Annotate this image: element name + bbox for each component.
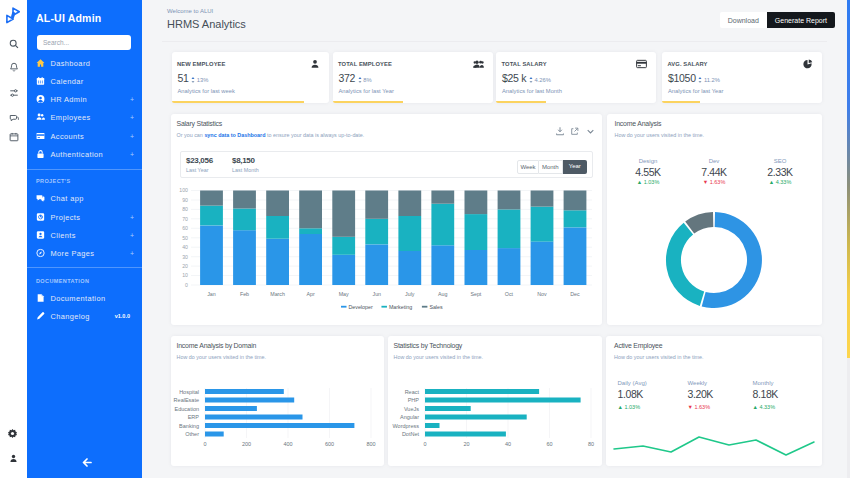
- svg-text:60: 60: [182, 225, 188, 231]
- svg-text:Oct: Oct: [505, 291, 514, 297]
- svg-text:July: July: [405, 291, 415, 297]
- svg-text:0: 0: [185, 282, 188, 288]
- svg-text:Aug: Aug: [438, 291, 447, 297]
- svg-text:0: 0: [203, 441, 206, 447]
- svg-text:React: React: [405, 389, 420, 395]
- svg-text:0: 0: [423, 441, 426, 447]
- svg-text:800: 800: [366, 441, 375, 447]
- svg-text:Jun: Jun: [373, 291, 382, 297]
- svg-text:Other: Other: [185, 431, 199, 437]
- svg-text:80: 80: [588, 441, 594, 447]
- svg-text:Hospital: Hospital: [179, 389, 199, 395]
- svg-text:30: 30: [182, 254, 188, 260]
- svg-text:PHP: PHP: [408, 397, 420, 403]
- svg-text:Banking: Banking: [179, 423, 199, 429]
- svg-text:200: 200: [242, 441, 251, 447]
- svg-text:Marketing: Marketing: [389, 304, 412, 310]
- svg-text:60: 60: [546, 441, 552, 447]
- svg-text:20: 20: [182, 263, 188, 269]
- svg-text:Apr: Apr: [306, 291, 314, 297]
- svg-text:Jan: Jan: [207, 291, 216, 297]
- svg-text:600: 600: [325, 441, 334, 447]
- svg-text:March: March: [270, 291, 285, 297]
- svg-text:ERP: ERP: [188, 414, 200, 420]
- svg-text:Sept: Sept: [470, 291, 481, 297]
- svg-text:90: 90: [182, 197, 188, 203]
- svg-text:400: 400: [283, 441, 292, 447]
- svg-text:Wordpress: Wordpress: [393, 423, 420, 429]
- svg-text:RealEsate: RealEsate: [174, 397, 199, 403]
- svg-text:10: 10: [182, 272, 188, 278]
- svg-text:20: 20: [463, 441, 469, 447]
- svg-text:40: 40: [505, 441, 511, 447]
- svg-text:50: 50: [182, 235, 188, 241]
- svg-text:Nov: Nov: [537, 291, 547, 297]
- svg-text:Dec: Dec: [570, 291, 580, 297]
- svg-text:100: 100: [179, 187, 188, 193]
- svg-text:May: May: [339, 291, 349, 297]
- svg-text:80: 80: [182, 206, 188, 212]
- svg-text:Developer: Developer: [349, 304, 373, 310]
- svg-text:Sales: Sales: [429, 304, 443, 310]
- svg-text:40: 40: [182, 244, 188, 250]
- svg-text:DotNet: DotNet: [402, 431, 420, 437]
- svg-text:Education: Education: [175, 406, 199, 412]
- svg-text:Angular: Angular: [400, 414, 419, 420]
- svg-text:Feb: Feb: [240, 291, 249, 297]
- svg-text:VueJs: VueJs: [404, 406, 419, 412]
- svg-text:70: 70: [182, 216, 188, 222]
